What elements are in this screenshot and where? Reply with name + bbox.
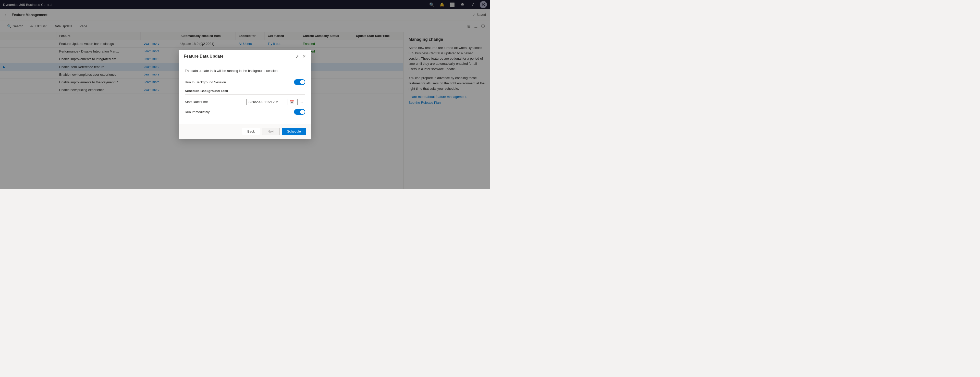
run-immediately-dots <box>239 112 291 112</box>
run-immediately-row: Run Immediately <box>185 109 305 115</box>
modal-title: Feature Data Update <box>184 54 224 59</box>
run-in-background-row: Run In Background Session <box>185 79 305 85</box>
close-icon[interactable]: ✕ <box>302 54 306 59</box>
start-datetime-input[interactable] <box>246 99 287 105</box>
run-in-background-toggle[interactable] <box>294 79 305 85</box>
date-input-group: 📅 … <box>246 99 305 105</box>
run-in-background-label: Run In Background Session <box>185 80 236 84</box>
start-datetime-row: Start Date/Time 📅 … <box>185 99 305 105</box>
toggle-knob <box>300 80 305 84</box>
modal-overlay: Feature Data Update ⤢ ✕ The data update … <box>0 0 490 188</box>
schedule-section-title: Schedule Background Task <box>185 89 305 95</box>
modal-footer: Back Next Schedule <box>179 124 311 139</box>
modal-description: The data update task will be running in … <box>185 68 305 73</box>
modal-header: Feature Data Update ⤢ ✕ <box>179 50 311 63</box>
calendar-button[interactable]: 📅 <box>288 99 296 105</box>
modal-header-icons: ⤢ ✕ <box>295 54 306 59</box>
run-immediately-label: Run Immediately <box>185 110 236 114</box>
modal-body: The data update task will be running in … <box>179 63 311 124</box>
start-datetime-label: Start Date/Time <box>185 100 208 104</box>
schedule-button[interactable]: Schedule <box>282 128 306 135</box>
run-immediately-knob <box>300 109 305 114</box>
next-button[interactable]: Next <box>262 128 280 135</box>
feature-data-update-modal: Feature Data Update ⤢ ✕ The data update … <box>179 50 311 139</box>
more-options-button[interactable]: … <box>298 99 305 105</box>
back-button[interactable]: Back <box>242 128 260 135</box>
dots-separator <box>239 82 291 82</box>
expand-icon[interactable]: ⤢ <box>295 54 299 59</box>
run-immediately-toggle[interactable] <box>294 109 305 115</box>
